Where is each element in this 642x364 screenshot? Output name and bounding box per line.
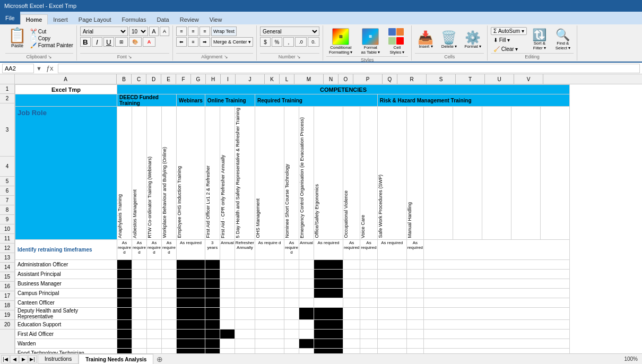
cell-a3-job-role[interactable]: Job Role (15, 107, 117, 240)
cell-a1[interactable]: Excel Tmp (15, 85, 117, 94)
cell-q3[interactable]: Manual Handling (406, 107, 423, 240)
cell-job-name[interactable]: First Aid Officer (15, 329, 117, 339)
decrease-font-button[interactable]: A (160, 27, 169, 36)
cell-r4[interactable] (424, 239, 570, 259)
cell-l4[interactable]: Annual (299, 239, 314, 259)
cell-job-name[interactable]: Warden (15, 339, 117, 348)
cell-f4[interactable]: As required (177, 239, 205, 259)
cell-p4[interactable]: As required (377, 239, 406, 259)
cell-styles-button[interactable]: CellStyles ▾ (386, 27, 408, 56)
cell-p2-u2[interactable]: Risk & Hazard Management Training (377, 94, 569, 107)
col-header-j[interactable]: J (236, 74, 265, 84)
cell-e5[interactable] (162, 259, 177, 269)
align-top-right-button[interactable]: ≡ (199, 27, 210, 36)
tab-review[interactable]: Review (175, 15, 204, 24)
cell-n3[interactable]: Occupational Violence (343, 107, 360, 240)
col-header-s[interactable]: S (427, 74, 456, 84)
tab-insert[interactable]: Insert (48, 15, 73, 24)
col-header-a[interactable]: A (15, 74, 117, 84)
conditional-formatting-button[interactable]: ▤ ConditionalFormatting ▾ (326, 27, 355, 56)
col-header-h[interactable]: H (206, 74, 221, 84)
next-tab-button[interactable]: ▶ (19, 355, 28, 363)
cell-n4[interactable]: As required (343, 239, 360, 259)
cell-m3[interactable]: Office/Safety Ergonomics (314, 107, 343, 240)
paste-button[interactable]: 📋 Paste (5, 27, 29, 50)
cell-a2[interactable] (15, 94, 117, 107)
cell-job-name[interactable]: Administration Officer (15, 259, 117, 269)
col-header-d[interactable]: D (146, 74, 161, 84)
cell-o3[interactable]: Voice Care (360, 107, 377, 240)
align-right-button[interactable]: ➡ (199, 37, 210, 47)
cut-button[interactable]: ✂️ Cut (30, 29, 73, 34)
cell-k4[interactable]: As require d (284, 239, 299, 259)
align-left-button[interactable]: ⬅ (176, 37, 187, 47)
col-header-l[interactable]: L (280, 74, 294, 84)
cell-reference-input[interactable] (2, 64, 34, 73)
font-color-button[interactable]: A (143, 37, 155, 47)
cell-b5[interactable] (117, 259, 132, 269)
cell-h4[interactable]: Annual (220, 239, 235, 259)
cell-a4[interactable]: Identify retraining timeframes (15, 239, 117, 259)
sheet-tab-instructions[interactable]: Instructions (38, 354, 79, 364)
cell-d4[interactable]: As require d (147, 239, 162, 259)
col-header-b[interactable]: B (117, 74, 132, 84)
new-sheet-button[interactable]: ⊕ (153, 354, 166, 365)
formula-input[interactable] (58, 64, 640, 73)
col-header-u[interactable]: U (485, 74, 514, 84)
cell-d5[interactable] (147, 259, 162, 269)
tab-file[interactable]: File (0, 12, 20, 24)
cell-f2[interactable]: Webinars (177, 94, 205, 107)
cell-k3[interactable]: Nominee Short Course Technology (284, 107, 299, 240)
col-header-t[interactable]: T (456, 74, 485, 84)
clear-button[interactable]: 🧹 Clear ▾ (491, 45, 527, 53)
delete-button[interactable]: 🗑️ Delete ▾ (438, 30, 459, 50)
border-button[interactable]: ⊞ (115, 37, 128, 47)
cell-job-name[interactable]: Canteen Officer (15, 298, 117, 307)
cell-o5[interactable] (360, 259, 377, 269)
sort-filter-button[interactable]: 🔃 Sort &Filter ▾ (529, 28, 550, 52)
cell-c4[interactable]: As require d (132, 239, 147, 259)
merge-center-button[interactable]: Merge & Center ▾ (211, 37, 253, 47)
cell-j3[interactable]: OHS Management (255, 107, 284, 240)
bold-button[interactable]: B (80, 37, 91, 47)
prev-tab-button[interactable]: ◀ (10, 355, 19, 363)
cell-i4[interactable]: Refresher Annually (235, 239, 255, 259)
cell-s3[interactable] (453, 107, 482, 240)
cell-job-name[interactable]: Deputy Health and Safety Representative (15, 307, 117, 319)
align-center-button[interactable]: ≡ (188, 37, 198, 47)
cell-m4[interactable]: As required (314, 239, 343, 259)
tab-home[interactable]: Home (20, 14, 48, 24)
cell-p3[interactable]: Safe Work Procedures (SWP) (377, 107, 406, 240)
cell-f3[interactable]: Employee OHS Induction Training (177, 107, 205, 240)
cell-c3[interactable]: Asbestos Management (132, 107, 147, 240)
cell-n5[interactable] (343, 259, 360, 269)
cell-h3[interactable]: First Aid - CPR only Refresher Annually (220, 107, 235, 240)
first-tab-button[interactable]: |◀ (1, 355, 10, 363)
currency-button[interactable]: $ (260, 37, 271, 47)
comma-button[interactable]: , (283, 37, 294, 47)
increase-decimal-button[interactable]: .0 (295, 37, 307, 47)
cell-q5[interactable] (406, 259, 423, 269)
decrease-decimal-button[interactable]: 0. (308, 37, 319, 47)
cell-b4[interactable]: As require d (117, 239, 132, 259)
tab-formulas[interactable]: Formulas (117, 15, 152, 24)
col-header-o[interactable]: O (339, 74, 353, 84)
format-as-table-button[interactable]: ⊞ Formatas Table ▾ (357, 27, 384, 56)
number-format-select[interactable]: General (260, 27, 319, 36)
fill-color-button[interactable]: 🎨 (129, 37, 142, 47)
format-painter-button[interactable]: 🖌️ Format Painter (30, 42, 73, 48)
increase-font-button[interactable]: A (149, 27, 159, 36)
last-tab-button[interactable]: ▶| (28, 355, 37, 363)
cell-l3[interactable]: Emergency Control Organisation (ie Evacu… (299, 107, 314, 240)
underline-button[interactable]: U (103, 37, 114, 47)
format-button[interactable]: ⚙️ Format ▾ (462, 30, 484, 50)
col-header-r[interactable]: R (397, 74, 427, 84)
col-header-k[interactable]: K (265, 74, 280, 84)
cell-e4[interactable]: As require d (162, 239, 177, 259)
col-header-f[interactable]: F (176, 74, 191, 84)
copy-button[interactable]: 📄 Copy (30, 36, 73, 41)
cell-j4[interactable]: As require d (255, 239, 284, 259)
find-select-button[interactable]: 🔍 Find &Select ▾ (552, 28, 574, 52)
cell-i3[interactable]: 5 Day Health and Safety Representative &… (235, 107, 255, 240)
col-header-v[interactable]: V (514, 74, 543, 84)
